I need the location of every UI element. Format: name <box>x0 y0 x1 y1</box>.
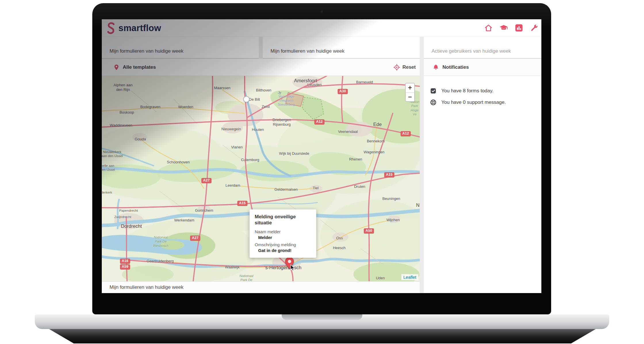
footer-title: Mijn formulieren van huidige week <box>110 284 183 290</box>
map-popup: Melding onveilige situatie Naam melder M… <box>250 209 316 258</box>
zoom-in-button[interactable]: + <box>406 83 414 92</box>
laptop-mockup: smartflow <box>0 0 644 344</box>
panel-title: Actieve gebruikers van huidige week <box>432 48 511 54</box>
crosshair-icon <box>393 64 400 71</box>
popup-field-value: Gat in de grond! <box>258 248 311 253</box>
reports-icon[interactable] <box>515 24 523 32</box>
map-section-title-group: Alle templates <box>113 64 156 70</box>
popup-field-value: Melder <box>258 235 311 240</box>
laptop-screen: smartflow <box>102 19 541 293</box>
notification-text: You have 0 support message. <box>441 100 506 105</box>
nav-icons <box>484 24 538 32</box>
tools-icon[interactable] <box>530 24 538 32</box>
panel-forms-week-1: Mijn formulieren van huidige week <box>102 37 259 59</box>
panel-forms-week-2: Mijn formulieren van huidige week <box>263 37 420 59</box>
footer-section: Mijn formulieren van huidige week <box>102 281 420 293</box>
map-section-header: Alle templates Reset <box>102 59 420 76</box>
brand-name: smartflow <box>118 23 161 33</box>
map-section-title: Alle templates <box>123 64 156 70</box>
panel-active-users: Actieve gebruikers van huidige week <box>424 37 541 59</box>
reset-button[interactable]: Reset <box>393 64 416 71</box>
map-zoom-control: + − <box>405 83 415 102</box>
home-icon[interactable] <box>484 24 493 32</box>
checkbox-icon <box>430 87 437 94</box>
map-cluster-marker[interactable] <box>243 96 250 102</box>
leaflet-map[interactable]: AmersfoortBarneveldLeusdenMaarssenBiltho… <box>102 76 420 281</box>
notifications-title-group: Notificaties <box>432 64 469 71</box>
mouse-cursor <box>290 265 295 273</box>
webcam <box>320 10 323 13</box>
learning-icon[interactable] <box>499 24 508 32</box>
notifications-panel: You have 8 forms today. You have 0 suppo… <box>424 76 541 293</box>
popup-title: Melding onveilige situatie <box>255 214 311 226</box>
leaflet-link[interactable]: Leaflet <box>403 275 416 280</box>
laptop-base <box>35 314 609 329</box>
brand-logo: smartflow <box>106 22 161 34</box>
life-ring-icon <box>430 99 437 106</box>
popup-field-label: Naam melder <box>255 229 311 234</box>
laptop-base-bottom <box>49 329 596 343</box>
popup-field-label: Omschrijving melding <box>255 242 311 247</box>
map-attribution: Leaflet <box>401 274 418 280</box>
notifications-section-header: Notificaties <box>424 59 541 76</box>
laptop-frame: smartflow <box>92 3 551 314</box>
zoom-out-button[interactable]: − <box>406 92 414 101</box>
laptop-base-notch <box>282 314 362 320</box>
notification-item: You have 0 support message. <box>430 99 506 106</box>
bell-icon <box>432 64 439 71</box>
panel-title: Mijn formulieren van huidige week <box>271 48 344 54</box>
notification-item: You have 8 forms today. <box>430 87 493 94</box>
panel-title: Mijn formulieren van huidige week <box>110 48 183 54</box>
map-pin-icon <box>113 64 120 70</box>
smartflow-dashboard: smartflow <box>102 19 541 293</box>
smartflow-logo-icon <box>106 22 116 34</box>
notification-text: You have 8 forms today. <box>441 88 493 94</box>
app-header: smartflow <box>102 19 541 37</box>
reset-label: Reset <box>402 64 416 70</box>
notifications-title: Notificaties <box>442 64 469 70</box>
